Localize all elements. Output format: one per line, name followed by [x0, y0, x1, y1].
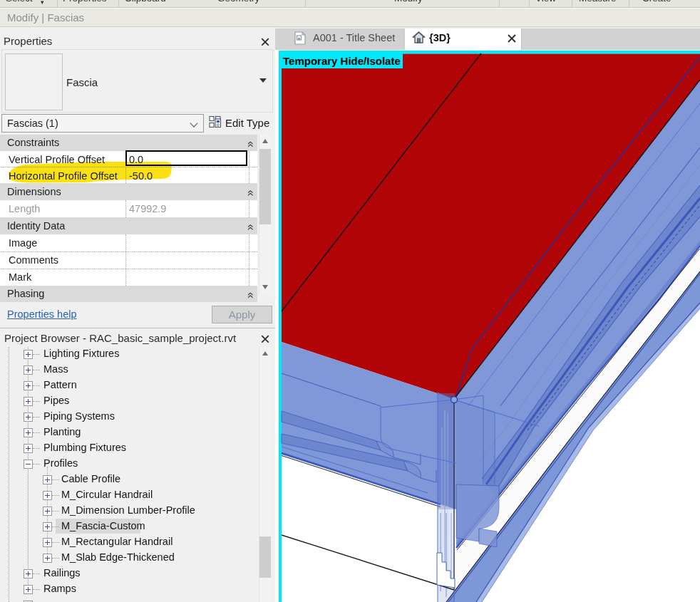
- svg-text:Temporary Hide/Isolate: Temporary Hide/Isolate: [283, 55, 401, 67]
